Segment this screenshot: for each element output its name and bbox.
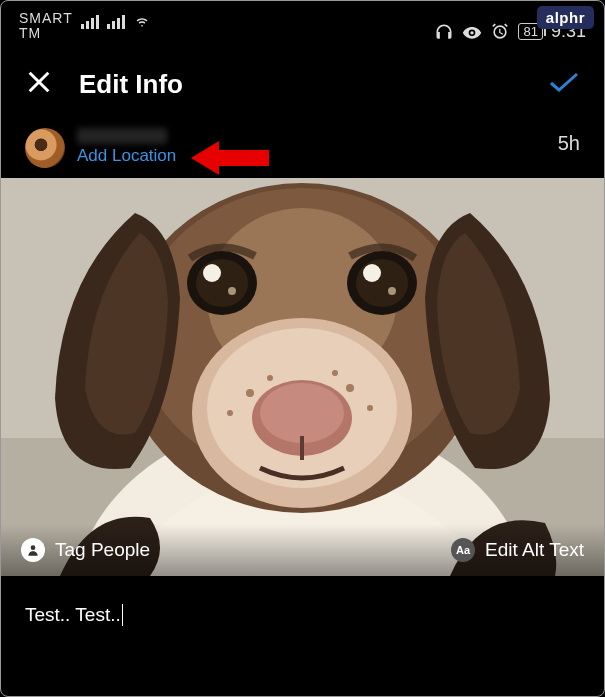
post-image[interactable]: Tag People Aa Edit Alt Text xyxy=(1,178,604,576)
svg-point-21 xyxy=(203,264,221,282)
checkmark-icon xyxy=(548,70,580,94)
svg-point-22 xyxy=(228,287,236,295)
signal-icon xyxy=(81,15,99,29)
tag-people-button[interactable]: Tag People xyxy=(21,538,150,562)
svg-point-26 xyxy=(388,287,396,295)
carrier-label: SMART TM xyxy=(19,11,73,42)
alphr-watermark: alphr xyxy=(537,6,594,29)
annotation-arrow-icon xyxy=(191,138,271,178)
eye-icon xyxy=(462,22,482,42)
headphones-icon xyxy=(434,22,454,42)
svg-point-9 xyxy=(246,389,254,397)
post-meta-row: Add Location 5h xyxy=(1,116,604,168)
post-time: 5h xyxy=(558,132,580,155)
svg-point-14 xyxy=(332,370,338,376)
status-bar: SMART TM 81 9:31 xyxy=(1,1,604,48)
wifi-icon xyxy=(133,15,151,29)
svg-point-27 xyxy=(31,545,36,550)
svg-point-12 xyxy=(346,384,354,392)
svg-point-10 xyxy=(267,375,273,381)
caption-input[interactable]: Test.. Test.. xyxy=(1,576,604,654)
edit-info-header: Edit Info xyxy=(1,48,604,116)
edit-alt-text-button[interactable]: Aa Edit Alt Text xyxy=(451,538,584,562)
tag-people-label: Tag People xyxy=(55,539,150,561)
edit-alt-text-label: Edit Alt Text xyxy=(485,539,584,561)
svg-point-16 xyxy=(260,383,344,443)
svg-point-11 xyxy=(227,410,233,416)
svg-point-13 xyxy=(367,405,373,411)
alarm-icon xyxy=(490,22,510,42)
caption-text: Test.. Test.. xyxy=(25,604,121,626)
close-icon xyxy=(25,68,53,96)
svg-point-20 xyxy=(196,259,248,307)
close-button[interactable] xyxy=(25,68,53,100)
text-cursor xyxy=(122,604,124,626)
add-location-button[interactable]: Add Location xyxy=(77,146,176,166)
svg-point-25 xyxy=(363,264,381,282)
svg-marker-0 xyxy=(191,141,269,175)
svg-point-24 xyxy=(356,259,408,307)
username-blurred xyxy=(77,128,167,144)
signal-icon xyxy=(107,15,125,29)
page-title: Edit Info xyxy=(79,69,183,100)
avatar[interactable] xyxy=(25,128,65,168)
person-icon xyxy=(21,538,45,562)
confirm-button[interactable] xyxy=(548,70,580,98)
aa-icon: Aa xyxy=(451,538,475,562)
